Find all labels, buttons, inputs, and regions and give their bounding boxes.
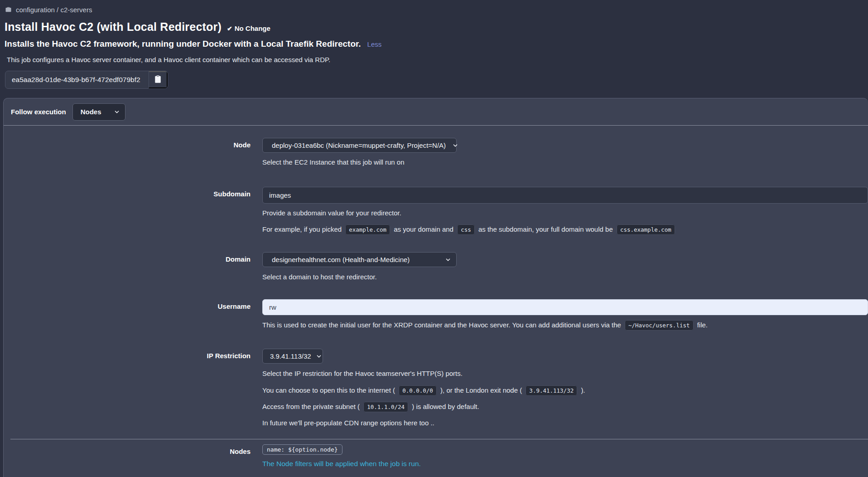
example-text: as your domain and	[394, 225, 453, 233]
username-help: This is used to create the initial user …	[262, 321, 868, 329]
page-header: configuration / c2-servers Install Havoc…	[0, 0, 868, 89]
ip-help-text: You can choose to open this to the inter…	[262, 386, 395, 394]
briefcase-icon	[5, 6, 12, 13]
example-domain-code: example.com	[345, 224, 390, 235]
exit-node-code: 3.9.41.113/32	[526, 385, 577, 396]
ip-help-1: Select the IP restriction for the Havoc …	[262, 370, 868, 377]
status-badge: ✔ No Change	[227, 24, 270, 32]
nodes-row: Nodes name: ${option.node} The Node filt…	[4, 444, 868, 468]
follow-execution-row: Follow execution Nodes	[4, 98, 868, 126]
ip-help-text: Access from the private subnet (	[262, 403, 360, 410]
ip-help-2: You can choose to open this to the inter…	[262, 386, 868, 394]
username-help-text: file.	[697, 321, 708, 329]
node-label: Node	[4, 138, 251, 166]
ip-restriction-row: IP Restriction 3.9.41.113/32 Select the …	[4, 349, 868, 427]
status-text: No Change	[235, 24, 270, 32]
ip-restriction-label: IP Restriction	[4, 349, 251, 427]
subdomain-help: Provide a subdomain value for your redir…	[262, 209, 868, 217]
uuid-box: ea5aa28d-01de-43b9-b67f-472edf079bf2	[5, 71, 168, 89]
chevron-down-icon	[114, 109, 120, 115]
example-text: For example, if you picked	[262, 225, 342, 233]
less-link[interactable]: Less	[367, 40, 382, 48]
follow-execution-label: Follow execution	[11, 108, 66, 116]
node-filter-note: The Node filters will be applied when th…	[262, 460, 868, 468]
username-label: Username	[4, 299, 251, 329]
node-filter-badge: name: ${option.node}	[262, 444, 342, 455]
chevron-down-icon	[445, 257, 451, 263]
ip-help-text: ), or the London exit node (	[440, 386, 522, 394]
ip-help-text: ) is allowed by default.	[412, 403, 479, 410]
clipboard-icon	[154, 75, 161, 84]
example-fulldomain-code: css.example.com	[617, 224, 675, 235]
ip-restriction-selected: 3.9.41.113/32	[263, 352, 316, 360]
subdomain-row: Subdomain Provide a subdomain value for …	[4, 187, 868, 233]
subdomain-input[interactable]	[262, 187, 868, 204]
options-form: Node deploy-031ea6bc (Nickname=muppet-cr…	[4, 126, 868, 468]
ip-restriction-select[interactable]: 3.9.41.113/32	[262, 349, 323, 364]
username-input[interactable]	[262, 299, 868, 315]
job-subtitle: Installs the Havoc C2 framework, running…	[5, 39, 361, 49]
example-text: as the subdomain, your full domain would…	[478, 225, 613, 233]
job-options-panel: Follow execution Nodes Node deploy-031ea…	[3, 98, 868, 477]
follow-execution-select[interactable]: Nodes	[72, 103, 125, 121]
domain-row: Domain designerhealthnet.com (Health-and…	[4, 252, 868, 281]
breadcrumb[interactable]: configuration / c2-servers	[5, 5, 863, 15]
ip-help-3: Access from the private subnet ( 10.1.1.…	[262, 403, 868, 410]
ip-help-text: ).	[581, 386, 585, 394]
node-row: Node deploy-031ea6bc (Nickname=muppet-cr…	[4, 138, 868, 166]
domain-label: Domain	[4, 252, 251, 281]
node-select[interactable]: deploy-031ea6bc (Nickname=muppet-crafty,…	[262, 138, 457, 153]
copy-uuid-button[interactable]	[149, 71, 168, 88]
private-subnet-code: 10.1.1.0/24	[363, 402, 408, 412]
follow-execution-selected: Nodes	[73, 108, 114, 116]
users-list-code: ~/Havoc/users.list	[625, 320, 693, 331]
domain-selected: designerhealthnet.com (Health-and-Medici…	[263, 256, 445, 263]
section-divider	[10, 439, 868, 439]
page-title: Install Havoc C2 (with Local Redirector)	[5, 20, 222, 34]
domain-select[interactable]: designerhealthnet.com (Health-and-Medici…	[262, 252, 457, 267]
node-selected: deploy-031ea6bc (Nickname=muppet-crafty,…	[263, 141, 452, 149]
open-internet-code: 0.0.0.0/0	[399, 385, 437, 396]
chevron-down-icon	[452, 142, 458, 149]
chevron-down-icon	[316, 353, 322, 360]
nodes-label: Nodes	[4, 444, 251, 468]
node-help: Select the EC2 Instance that this job wi…	[262, 158, 868, 166]
domain-help: Select a domain to host the redirector.	[262, 273, 868, 281]
check-icon: ✔	[227, 25, 232, 32]
subdomain-label: Subdomain	[4, 187, 251, 233]
username-row: Username This is used to create the init…	[4, 299, 868, 329]
breadcrumb-text[interactable]: configuration / c2-servers	[16, 6, 92, 14]
ip-help-4: In future we'll pre-populate CDN range o…	[262, 419, 868, 427]
example-subdomain-code: css	[457, 224, 475, 235]
username-help-text: This is used to create the initial user …	[262, 321, 621, 329]
subdomain-example: For example, if you picked example.com a…	[262, 225, 868, 233]
uuid-value: ea5aa28d-01de-43b9-b67f-472edf079bf2	[5, 71, 149, 88]
job-description: This job configures a Havoc server conta…	[7, 56, 863, 63]
